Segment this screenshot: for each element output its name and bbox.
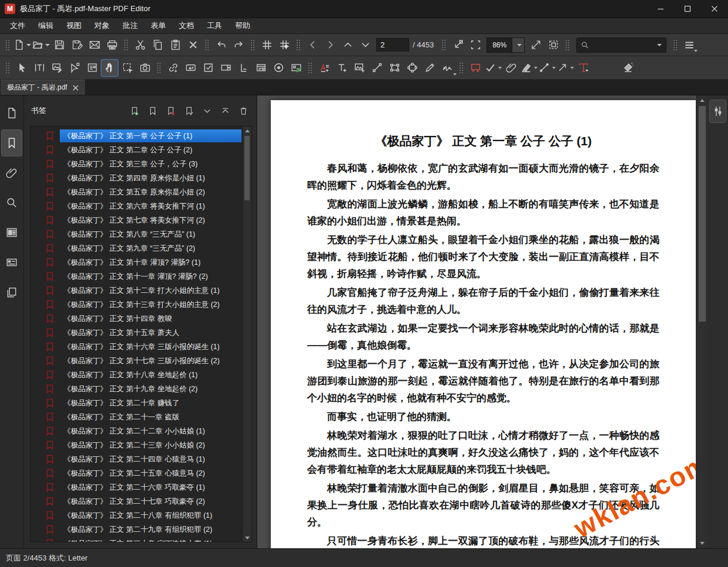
menu-item[interactable]: 帮助 — [229, 18, 257, 33]
highlight-tool-button[interactable] — [521, 60, 538, 76]
pdf-viewport[interactable]: 《极品家丁》 正文 第一章 公子 公子 (1) 春风和蔼，杨柳依依，宽广的玄武湖… — [257, 95, 696, 548]
page-up-button[interactable] — [339, 37, 356, 53]
add-link-tool-button[interactable] — [165, 60, 181, 76]
bookmark-item[interactable]: 《极品家丁》 正文 第二十二章 小小姑娘 (1) — [30, 424, 242, 438]
delete-all-bookmarks-button[interactable] — [238, 105, 249, 117]
redo-button[interactable] — [230, 37, 247, 53]
cut-button[interactable] — [132, 37, 148, 53]
zoom-dropdown-button[interactable] — [512, 38, 524, 52]
bookmark-item[interactable]: 《极品家丁》 正文 第十章 灌顶? 灌肠? (1) — [30, 255, 242, 269]
bookmark-item[interactable]: 《极品家丁》 正文 第十七章 三版小报的诞生 (2) — [30, 354, 242, 368]
bookmark-item[interactable]: 《极品家丁》 正文 第五章 原来你是小妞 (2) — [30, 185, 242, 199]
menu-item[interactable]: 工具 — [200, 18, 229, 33]
pdf-page[interactable]: 《极品家丁》 正文 第一章 公子 公子 (1) 春风和蔼，杨柳依依，宽广的玄武湖… — [271, 100, 696, 548]
toolbar-grip[interactable] — [205, 39, 209, 51]
signature-tool-button[interactable] — [439, 60, 455, 76]
previous-page-button[interactable] — [304, 37, 321, 53]
bookmark-item[interactable]: 《极品家丁》 正文 第七章 将美女推下河 (2) — [30, 213, 242, 227]
bookmark-list-scrollbar[interactable] — [242, 127, 251, 542]
bookmark-item[interactable]: 《极品家丁》 正文 第二章 公子 公子 (2) — [30, 143, 242, 157]
toolbar-grip[interactable] — [296, 39, 301, 51]
bookmark-item[interactable]: 《极品家丁》 正文 第二十三章 小小姑娘 (2) — [30, 438, 242, 452]
rename-bookmark-button[interactable] — [183, 105, 194, 117]
toolbar-grip[interactable] — [5, 62, 10, 74]
fit-page-button[interactable] — [467, 37, 484, 53]
menu-item[interactable]: 文件 — [4, 18, 32, 33]
sidebar-pages-button[interactable] — [1, 100, 22, 127]
menu-item[interactable]: 批注 — [116, 18, 144, 33]
edit-path-tool-button[interactable] — [66, 60, 83, 76]
collapse-all-button[interactable] — [220, 105, 230, 117]
menu-item[interactable]: 编辑 — [32, 18, 60, 33]
bookmark-item[interactable]: 《极品家丁》 正文 第二十七章 巧取豪夺 (2) — [30, 494, 242, 508]
bookmark-item[interactable]: 《极品家丁》 正文 第四章 原来你是小妞 (1) — [30, 171, 242, 185]
page-down-button[interactable] — [357, 37, 373, 53]
save-button[interactable] — [51, 37, 67, 53]
scrollbar-thumb[interactable] — [244, 136, 250, 200]
toolbar-grip[interactable] — [5, 39, 10, 51]
sidebar-bookmarks-button[interactable] — [1, 129, 22, 156]
edit-image-tool-button[interactable] — [49, 60, 65, 76]
toolbar-grip[interactable] — [308, 62, 312, 74]
copy-button[interactable] — [149, 37, 166, 53]
snapshot-tool-button[interactable] — [137, 60, 153, 76]
paste-button[interactable] — [167, 37, 183, 53]
add-child-bookmark-button[interactable] — [147, 105, 158, 117]
menu-item[interactable]: 文档 — [172, 18, 200, 33]
toolbar-grip[interactable] — [565, 39, 570, 51]
list-box-tool-button[interactable] — [235, 60, 251, 76]
minimize-button[interactable] — [647, 0, 674, 18]
attach-file-tool-button[interactable] — [503, 60, 519, 76]
toolbar-grip[interactable] — [124, 39, 128, 51]
zoom-combo[interactable]: 86% — [487, 37, 525, 53]
bookmark-item[interactable]: 《极品家丁》 正文 第三章 公子，公子 (3) — [30, 157, 242, 171]
text-field-tool-button[interactable] — [182, 60, 199, 76]
document-tab[interactable]: 极品家丁 - 禹岩.pdf — [1, 80, 85, 95]
add-text-tool-button[interactable] — [316, 60, 332, 76]
check-mark-tool-button[interactable] — [485, 60, 502, 76]
bookmark-item[interactable]: 《极品家丁》 正文 第二十五章 心猿意马 (2) — [30, 466, 242, 480]
menu-item[interactable]: 视图 — [60, 18, 88, 33]
bookmark-item[interactable]: 《极品家丁》 正文 第十八章 坐地起价 (1) — [30, 368, 242, 382]
hand-tool-button[interactable] — [101, 60, 118, 76]
page-number-input[interactable] — [376, 38, 409, 52]
bookmark-item[interactable]: 《极品家丁》 正文 第十四章 教唆 — [30, 312, 242, 326]
bookmark-item[interactable]: 《极品家丁》 正文 第十六章 三版小报的诞生 (1) — [30, 340, 242, 354]
bookmark-item[interactable]: 《极品家丁》 正文 第十五章 萧夫人 — [30, 326, 242, 340]
bookmark-item[interactable]: 《极品家丁》 正文 第六章 将美女推下河 (1) — [30, 199, 242, 213]
print-button[interactable] — [104, 37, 120, 53]
signature-field-tool-button[interactable] — [288, 60, 304, 76]
bookmark-item[interactable]: 《极品家丁》 正文 第十九章 坐地起价 (2) — [30, 382, 242, 396]
scrollbar-thumb[interactable] — [699, 106, 706, 322]
scroll-down-arrow[interactable] — [699, 538, 706, 548]
bookmark-item[interactable]: 《极品家丁》 正文 第二十六章 巧取豪夺 (1) — [30, 480, 242, 494]
toolbar-grip[interactable] — [459, 62, 464, 74]
sidebar-form-fields-button[interactable] — [1, 219, 22, 246]
scroll-up-arrow[interactable] — [699, 95, 706, 105]
sidebar-pages-stack-button[interactable] — [1, 279, 22, 306]
menu-item[interactable]: 对象 — [88, 18, 116, 33]
edit-forms-tool-button[interactable] — [84, 60, 100, 76]
line-tool-button[interactable] — [369, 60, 385, 76]
tab-close-icon[interactable] — [73, 85, 79, 91]
close-button[interactable] — [701, 0, 728, 18]
bookmark-item[interactable]: 《极品家丁》 正文 第二十九章 有组织犯罪 (2) — [30, 522, 242, 537]
select-area-tool-button[interactable] — [119, 60, 135, 76]
bookmark-item[interactable]: 《极品家丁》 正文 第三十章 家丁选拔大赛 (1) — [30, 537, 242, 542]
open-file-button[interactable] — [32, 37, 50, 53]
sidebar-signatures-button[interactable] — [1, 249, 22, 276]
document-scrollbar[interactable] — [696, 95, 707, 548]
snap-to-grid-button[interactable] — [276, 37, 292, 53]
bookmark-item[interactable]: 《极品家丁》 正文 第二十一章 盗版 — [30, 410, 242, 424]
maximize-button[interactable] — [674, 0, 701, 18]
show-grid-button[interactable] — [258, 37, 275, 53]
edit-text-tool-button[interactable] — [31, 60, 47, 76]
sidebar-search-button[interactable] — [1, 189, 22, 216]
rectangle-tool-button[interactable] — [386, 60, 403, 76]
bookmark-item[interactable]: 《极品家丁》 正文 第九章 “三无产品” (2) — [30, 241, 242, 255]
sticky-note-tool-button[interactable] — [467, 60, 484, 76]
email-button[interactable] — [86, 37, 103, 53]
main-menu-button[interactable] — [681, 37, 698, 53]
sidebar-attachments-button[interactable] — [1, 159, 22, 186]
text-box-annotation-tool-button[interactable] — [575, 60, 591, 76]
